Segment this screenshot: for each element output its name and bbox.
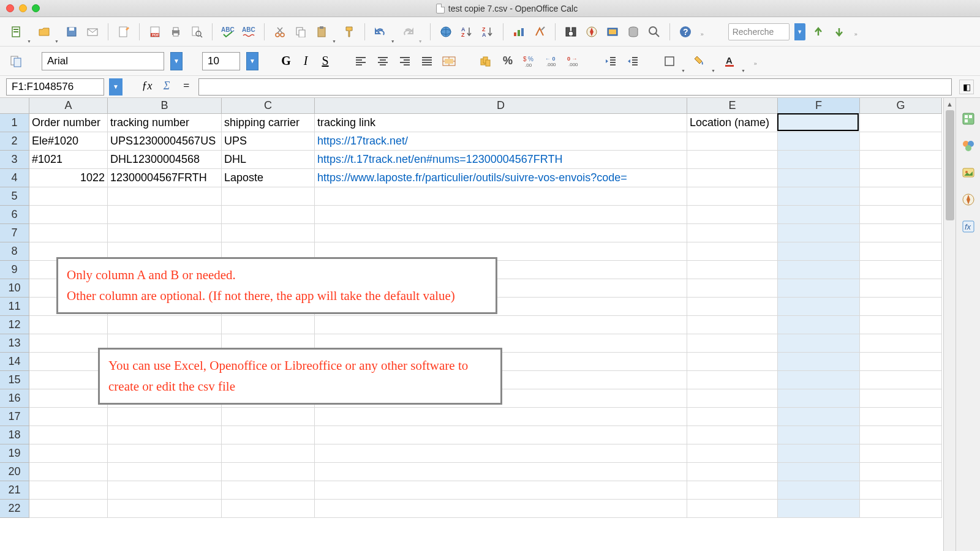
cell-G1[interactable] [860,114,942,132]
cell-E11[interactable] [687,298,778,316]
cell-E21[interactable] [687,481,778,500]
cell-A22[interactable] [29,500,108,518]
column-header-E[interactable]: E [687,98,778,114]
cell-C18[interactable] [222,426,315,444]
cell-B3[interactable]: DHL12300004568 [108,151,222,169]
cell-B1[interactable]: tracking number [108,114,222,132]
cell-B12[interactable] [108,316,222,334]
cell-G16[interactable] [860,389,942,408]
edit-doc-button[interactable] [116,24,132,40]
font-name-dropdown[interactable]: ▼ [170,52,183,70]
cell-G8[interactable] [860,242,942,261]
cell-G13[interactable] [860,334,942,353]
cell-E2[interactable] [687,132,778,151]
row-header-15[interactable]: 15 [0,371,29,389]
cell-F15[interactable] [778,371,860,389]
close-button[interactable] [6,4,14,12]
format-paintbrush-button[interactable] [341,24,357,40]
gallery-panel-button[interactable] [960,164,977,181]
cell-F2[interactable] [778,132,860,151]
font-size-dropdown[interactable]: ▼ [246,52,258,70]
cell-F8[interactable] [778,242,860,261]
cell-C2[interactable]: UPS [222,132,315,151]
cell-D17[interactable] [315,408,687,426]
cell-A21[interactable] [29,481,108,500]
cell-A14[interactable] [29,353,108,371]
dropdown-arrow-icon[interactable]: ▼ [27,39,31,43]
search-input[interactable]: Recherche [728,23,790,40]
cell-A6[interactable] [29,206,108,224]
cell-B20[interactable] [108,463,222,481]
cell-B19[interactable] [108,444,222,463]
row-header-18[interactable]: 18 [0,426,29,444]
cell-C1[interactable]: shipping carrier [222,114,315,132]
cell-C7[interactable] [222,224,315,242]
cell-F22[interactable] [778,500,860,518]
cell-C5[interactable] [222,187,315,206]
cell-G17[interactable] [860,408,942,426]
cell-F6[interactable] [778,206,860,224]
cell-F16[interactable] [778,389,860,408]
cell-F4[interactable] [778,169,860,187]
cell-A20[interactable] [29,463,108,481]
cell-E22[interactable] [687,500,778,518]
scroll-thumb[interactable] [946,110,954,220]
cell-F20[interactable] [778,463,860,481]
column-header-A[interactable]: A [29,98,108,114]
cell-F9[interactable] [778,261,860,279]
cell-A12[interactable] [29,316,108,334]
cell-F17[interactable] [778,408,860,426]
row-header-6[interactable]: 6 [0,206,29,224]
paste-button[interactable] [314,24,330,40]
cell-C22[interactable] [222,500,315,518]
cell-G9[interactable] [860,261,942,279]
formula-input[interactable] [198,78,952,96]
cell-F10[interactable] [778,279,860,298]
cell-reference-input[interactable]: F1:F1048576 [6,78,104,96]
cell-E8[interactable] [687,242,778,261]
functions-panel-button[interactable]: fx [960,218,977,235]
borders-button[interactable] [662,53,677,69]
cell-E5[interactable] [687,187,778,206]
cell-D18[interactable] [315,426,687,444]
print-button[interactable] [168,24,184,40]
sum-button[interactable]: Σ [159,80,174,94]
cell-C21[interactable] [222,481,315,500]
italic-button[interactable]: I [299,54,312,68]
cell-E7[interactable] [687,224,778,242]
cell-E6[interactable] [687,206,778,224]
cell-E9[interactable] [687,261,778,279]
cell-A3[interactable]: #1021 [29,151,108,169]
help-button[interactable]: ? [677,24,693,40]
cell-C12[interactable] [222,316,315,334]
search-dropdown[interactable]: ▼ [794,23,805,40]
gallery-button[interactable] [605,24,620,40]
select-all-corner[interactable] [0,98,29,114]
add-decimal-button[interactable]: ← 0.000 [544,53,560,69]
dropdown-arrow-icon[interactable]: ▼ [391,39,395,43]
cell-G22[interactable] [860,500,942,518]
datasources-button[interactable] [625,24,641,40]
toolbar-overflow-icon[interactable]: » [698,26,706,37]
increase-indent-button[interactable] [625,53,641,69]
cell-G3[interactable] [860,151,942,169]
find-next-button[interactable] [831,24,847,40]
cell-C6[interactable] [222,206,315,224]
styles-panel-button[interactable] [960,137,977,154]
row-header-3[interactable]: 3 [0,151,29,169]
cell-G6[interactable] [860,206,942,224]
cell-E4[interactable] [687,169,778,187]
bold-button[interactable]: G [279,54,293,68]
find-button[interactable] [563,24,579,40]
new-doc-button[interactable] [9,24,24,40]
save-button[interactable] [64,24,80,40]
row-header-22[interactable]: 22 [0,500,29,518]
row-header-14[interactable]: 14 [0,353,29,371]
cell-D1[interactable]: tracking link [315,114,687,132]
cell-D22[interactable] [315,500,687,518]
cell-A15[interactable] [29,371,108,389]
bg-color-button[interactable] [692,53,707,69]
cell-D12[interactable] [315,316,687,334]
sort-desc-button[interactable]: ZA [480,24,496,40]
column-header-D[interactable]: D [315,98,687,114]
